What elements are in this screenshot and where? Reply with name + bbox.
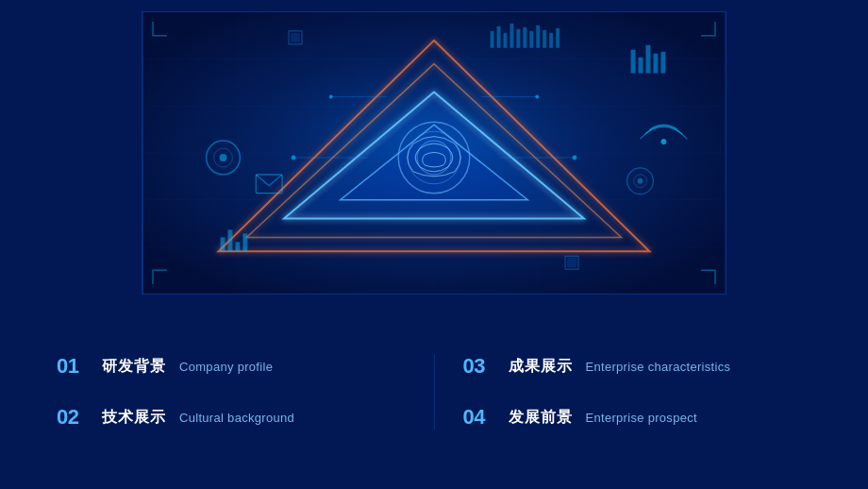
menu-zh-02: 技术展示: [102, 408, 168, 428]
menu-column-right: 03 成果展示 Enterprise characteristics 04 发展…: [463, 354, 812, 430]
svg-rect-31: [631, 50, 636, 74]
svg-point-27: [661, 140, 666, 144]
menu-item-03: 03 成果展示 Enterprise characteristics: [463, 354, 812, 379]
menu-column-left: 01 研发背景 Company profile 02 技术展示 Cultural…: [57, 354, 406, 430]
svg-point-58: [535, 94, 539, 98]
menu-en-03: Enterprise characteristics: [586, 360, 731, 374]
svg-rect-41: [523, 27, 526, 48]
svg-point-55: [292, 155, 296, 160]
menu-item-02: 02 技术展示 Cultural background: [57, 405, 406, 430]
menu-en-02: Cultural background: [179, 411, 294, 425]
svg-rect-36: [491, 31, 494, 48]
svg-point-56: [573, 155, 577, 160]
svg-rect-50: [567, 258, 576, 267]
menu-zh-01: 研发背景: [102, 357, 168, 377]
menu-en-04: Enterprise prospect: [586, 411, 697, 425]
menu-num-01: 01: [57, 354, 91, 379]
svg-rect-26: [242, 233, 247, 251]
svg-rect-46: [556, 28, 559, 48]
svg-rect-39: [509, 24, 513, 48]
menu-item-04: 04 发展前景 Enterprise prospect: [463, 405, 812, 430]
svg-rect-38: [504, 33, 508, 48]
menu-num-03: 03: [463, 354, 497, 379]
svg-rect-48: [291, 33, 300, 42]
svg-rect-25: [235, 242, 240, 251]
menu-en-01: Company profile: [179, 360, 273, 374]
svg-rect-24: [227, 229, 232, 251]
svg-rect-34: [653, 54, 658, 74]
svg-rect-40: [516, 29, 520, 48]
menu-divider: [434, 354, 435, 430]
svg-rect-35: [660, 52, 665, 74]
svg-rect-32: [639, 58, 643, 74]
svg-point-30: [638, 178, 643, 184]
svg-rect-43: [536, 25, 540, 48]
menu-num-02: 02: [57, 405, 91, 430]
svg-rect-45: [549, 33, 553, 48]
svg-rect-44: [542, 30, 546, 48]
menu-num-04: 04: [463, 405, 497, 430]
svg-rect-42: [529, 31, 533, 48]
hero-section: [142, 11, 726, 295]
menu-section: 01 研发背景 Company profile 02 技术展示 Cultural…: [0, 295, 868, 489]
svg-rect-37: [497, 26, 501, 48]
svg-point-21: [220, 154, 227, 161]
menu-zh-04: 发展前景: [509, 408, 575, 428]
svg-rect-33: [645, 45, 650, 74]
menu-item-01: 01 研发背景 Company profile: [57, 354, 406, 379]
menu-zh-03: 成果展示: [509, 357, 575, 377]
svg-rect-23: [221, 237, 225, 251]
svg-point-57: [329, 94, 333, 98]
